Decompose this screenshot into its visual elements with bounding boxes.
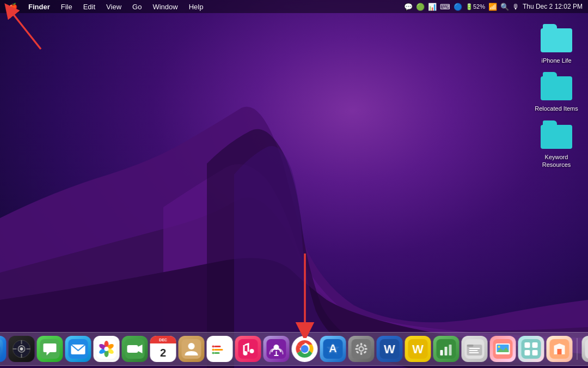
finder-menu[interactable]: Finder — [24, 2, 54, 12]
dock-launchpad[interactable] — [9, 336, 35, 362]
dock-filemanager[interactable] — [462, 336, 488, 362]
svg-rect-93 — [585, 339, 589, 359]
svg-rect-37 — [215, 352, 220, 354]
svg-rect-36 — [215, 349, 223, 351]
dock-photos[interactable] — [94, 336, 120, 362]
svg-text:W: W — [384, 342, 395, 356]
svg-rect-90 — [532, 350, 538, 355]
svg-point-58 — [360, 347, 363, 351]
dock-messages[interactable] — [37, 336, 63, 362]
svg-rect-59 — [360, 343, 362, 346]
relocated-label: Relocated Items — [535, 105, 578, 112]
apple-menu[interactable]: 🍎 — [4, 2, 22, 12]
bluetooth-icon[interactable]: 🔵 — [454, 3, 462, 11]
wechat-icon[interactable]: 💬 — [404, 3, 413, 11]
file-menu[interactable]: File — [57, 2, 77, 12]
svg-rect-87 — [525, 342, 530, 348]
status-icon-1[interactable]: 🟢 — [416, 3, 425, 11]
svg-rect-30 — [127, 345, 138, 353]
dock-podcasts[interactable] — [264, 336, 290, 362]
arrow-center-bottom — [291, 251, 318, 338]
svg-rect-35 — [215, 346, 221, 347]
dock-contacts[interactable] — [179, 336, 205, 362]
dock-trash[interactable] — [582, 336, 589, 362]
help-menu[interactable]: Help — [185, 2, 208, 12]
desktop-icon-iphone-life[interactable]: iPhone Life — [535, 22, 578, 64]
desktop-icon-relocated[interactable]: Relocated Items — [535, 70, 578, 112]
dock-chrome[interactable] — [292, 336, 318, 362]
dock-facetime[interactable] — [122, 336, 148, 362]
svg-point-39 — [212, 349, 215, 351]
dock: DEC 2 — [0, 332, 588, 366]
svg-rect-89 — [525, 350, 530, 355]
dock-music[interactable] — [235, 336, 261, 362]
menubar-left: 🍎 Finder File Edit View Go Window Help — [0, 2, 207, 12]
svg-point-40 — [212, 352, 215, 354]
svg-rect-72 — [440, 350, 443, 355]
dock-separator — [577, 338, 578, 360]
svg-rect-60 — [360, 352, 362, 355]
svg-rect-74 — [449, 345, 452, 355]
svg-rect-86 — [522, 339, 541, 359]
battery-icon[interactable]: 🔋52% — [465, 3, 485, 10]
dock-numbers[interactable] — [433, 336, 460, 362]
desktop: 🍎 Finder File Edit View Go Window Help 💬… — [0, 0, 588, 368]
svg-text:A: A — [329, 342, 336, 354]
dock-finder[interactable] — [0, 336, 7, 362]
dock-misc2[interactable] — [518, 336, 544, 362]
dock-appstore[interactable]: A — [320, 336, 346, 362]
svg-point-85 — [498, 346, 500, 348]
calendar-month: DEC — [159, 338, 167, 342]
dock-reminders[interactable] — [207, 336, 233, 362]
svg-rect-45 — [243, 345, 245, 353]
iphone-life-label: iPhone Life — [541, 57, 571, 64]
menubar: 🍎 Finder File Edit View Go Window Help 💬… — [0, 0, 588, 13]
dock-mail[interactable] — [65, 336, 91, 362]
svg-rect-79 — [469, 350, 478, 351]
wifi-icon[interactable]: 📶 — [488, 3, 497, 11]
svg-rect-4 — [0, 339, 3, 359]
dock-word[interactable]: W — [377, 336, 403, 362]
siri-icon[interactable]: 🎙 — [512, 3, 519, 11]
svg-rect-92 — [558, 349, 562, 354]
go-menu[interactable]: Go — [128, 2, 146, 12]
svg-text:W: W — [412, 342, 424, 356]
status-icon-2[interactable]: 📊 — [428, 3, 437, 11]
edit-menu[interactable]: Edit — [79, 2, 100, 12]
svg-point-33 — [188, 343, 195, 349]
svg-rect-61 — [356, 348, 358, 350]
dock-calendar[interactable]: DEC 2 — [150, 336, 176, 362]
svg-point-43 — [250, 349, 254, 353]
dock-wordperfect[interactable]: W — [405, 336, 431, 362]
svg-rect-77 — [467, 345, 474, 347]
window-menu[interactable]: Window — [148, 2, 182, 12]
dock-misc1[interactable] — [490, 336, 516, 362]
desktop-icon-keyword[interactable]: Keyword Resources — [535, 118, 578, 169]
menubar-right: 💬 🟢 📊 ⌨ 🔵 🔋52% 📶 🔍 🎙 Thu Dec 2 12:02 PM — [404, 3, 588, 11]
desktop-icons: iPhone Life Relocated Items Keyword Reso… — [535, 22, 578, 168]
svg-point-28 — [105, 347, 109, 351]
svg-rect-78 — [469, 348, 480, 349]
svg-rect-88 — [532, 342, 538, 348]
svg-rect-80 — [469, 352, 479, 353]
svg-point-17 — [20, 347, 23, 351]
dock-misc3[interactable] — [547, 336, 573, 362]
svg-line-1 — [9, 9, 41, 49]
view-menu[interactable]: View — [102, 2, 126, 12]
calendar-date: 2 — [160, 347, 166, 359]
clock: Thu Dec 2 12:02 PM — [523, 3, 583, 10]
keyboard-icon[interactable]: ⌨ — [440, 3, 450, 11]
svg-rect-73 — [445, 347, 448, 355]
svg-point-53 — [302, 346, 308, 352]
svg-point-38 — [212, 346, 215, 348]
keyword-label: Keyword Resources — [535, 153, 578, 169]
svg-rect-62 — [365, 348, 367, 350]
dock-settings[interactable] — [348, 336, 375, 362]
search-icon[interactable]: 🔍 — [500, 3, 509, 11]
